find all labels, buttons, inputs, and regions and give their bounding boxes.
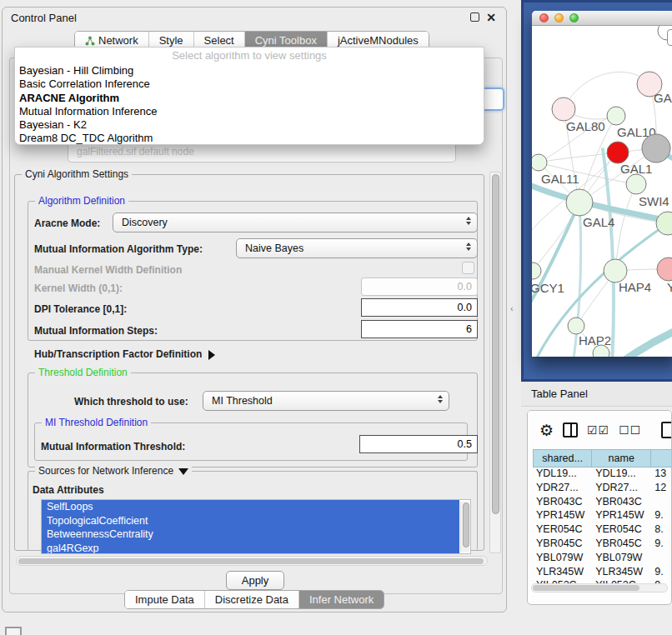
select-columns-icon[interactable]: ☑☑ (587, 423, 609, 437)
minimized-panel-icon[interactable] (5, 627, 22, 635)
network-node-GAL80[interactable] (552, 98, 575, 121)
algorithm-popup-placeholder: Select algorithm to view settings (15, 49, 484, 63)
panel-divider-handle[interactable]: ‹ (510, 303, 514, 313)
which-threshold-value: MI Threshold (212, 395, 273, 407)
node-table[interactable]: shared...name YDL19...YDL19...13YDR27...… (533, 449, 672, 581)
table-cell: YPR145W (533, 509, 592, 523)
table-cell: YER054C (592, 523, 651, 538)
aracne-mode-label: Aracne Mode: (34, 218, 100, 229)
tab-discretize-data[interactable]: Discretize Data (205, 591, 299, 608)
table-cell: YDR27... (533, 482, 592, 496)
mi-steps-input[interactable]: 6 (361, 320, 478, 338)
network-node-GAL11[interactable] (532, 154, 547, 171)
network-node-GAL10[interactable] (607, 107, 625, 125)
table-cell: YER054C (533, 523, 592, 538)
mi-type-value: Naive Bayes (245, 242, 303, 254)
tab-label: Network (98, 34, 138, 47)
table-row[interactable]: YBL079WYBL079W (533, 552, 672, 566)
table-cell: 9. (651, 538, 672, 552)
float-panel-icon[interactable] (470, 12, 479, 22)
network-view-frame: GAL7GAL80GAL10GAL1GAL11GAL4SWI4GCY1HAP4Y… (521, 0, 672, 382)
table-row[interactable]: YLR345WYLR345W9. (533, 566, 672, 580)
settings-vscroll-thumb[interactable] (492, 174, 499, 514)
table-header-cell[interactable]: name (592, 449, 651, 468)
algorithm-option[interactable]: Bayesian - K2 (15, 118, 484, 131)
network-node[interactable] (642, 134, 670, 162)
attributes-scroll-thumb[interactable] (463, 502, 469, 548)
attribute-option[interactable]: TopologicalCoefficient (42, 514, 459, 528)
data-attributes-list[interactable]: SelfLoopsTopologicalCoefficientBetweenne… (41, 499, 471, 554)
attribute-option[interactable]: BetweennessCentrality (42, 528, 459, 542)
tab-impute-data[interactable]: Impute Data (125, 591, 205, 608)
network-node-SWI4[interactable] (656, 212, 672, 235)
network-window-titlebar[interactable] (532, 11, 672, 26)
table-function-icon[interactable] (661, 422, 672, 438)
close-panel-icon[interactable]: ✕ (486, 12, 496, 22)
network-canvas[interactable]: GAL7GAL80GAL10GAL1GAL11GAL4SWI4GCY1HAP4Y… (532, 26, 672, 357)
table-header-cell[interactable]: shared... (533, 449, 592, 468)
settings-vertical-scrollbar[interactable] (489, 172, 501, 553)
hub-section-toggle[interactable]: Hub/Transcription Factor Definition (34, 348, 215, 360)
settings-hscroll-thumb[interactable] (18, 558, 484, 564)
algorithm-option-list: Bayesian - Hill ClimbingBasic Correlatio… (15, 63, 484, 145)
attribute-option[interactable]: gal4RGexp (42, 542, 459, 555)
mi-steps-value: 6 (466, 323, 472, 335)
dpi-tolerance-input[interactable]: 0.0 (361, 298, 478, 317)
table-cell: YBR043C (592, 496, 651, 510)
network-node-label: HAP2 (579, 333, 611, 348)
table-hscroll-thumb[interactable] (533, 585, 639, 591)
control-panel-title: Control Panel (11, 12, 77, 24)
columns-icon[interactable] (563, 422, 578, 438)
attribute-option[interactable]: SelfLoops (42, 500, 459, 514)
control-panel-window: Control Panel ✕ NetworkStyleSelectCyni T… (2, 7, 507, 612)
network-node-label: GAL1 (620, 162, 652, 176)
apply-button[interactable]: Apply (226, 571, 284, 590)
zoom-traffic-light-icon[interactable] (569, 13, 579, 22)
data-attributes-label: Data Attributes (33, 484, 104, 496)
mi-algorithm-type-select[interactable]: Naive Bayes (236, 238, 478, 258)
table-row[interactable]: YDL19...YDL19...13 (533, 468, 672, 482)
network-node-Y[interactable] (657, 258, 672, 281)
table-header-cell[interactable] (651, 449, 672, 468)
cyni-bottom-tabbar: Impute DataDiscretize DataInfer Network (124, 590, 384, 609)
mi-threshold-value: 0.5 (458, 438, 472, 450)
manual-kernel-checkbox[interactable] (462, 262, 474, 274)
application-root: Control Panel ✕ NetworkStyleSelectCyni T… (0, 0, 672, 635)
deselect-columns-icon[interactable]: ☐☐ (619, 423, 641, 437)
chevron-down-icon (178, 468, 188, 475)
table-cell: 8. (651, 523, 672, 538)
algorithm-option[interactable]: Dream8 DC_TDC Algorithm (15, 131, 484, 144)
algorithm-option[interactable]: Bayesian - Hill Climbing (15, 63, 484, 77)
table-cell: YDR27... (592, 482, 651, 496)
table-row[interactable]: YBR045CYBR045C9. (533, 538, 672, 552)
table-row[interactable]: YER054CYER054C8. (533, 523, 672, 538)
table-row[interactable]: YBR043CYBR043C (533, 496, 672, 510)
table-row[interactable]: YDR27...YDR27...12 (533, 482, 672, 496)
minimize-traffic-light-icon[interactable] (554, 13, 564, 22)
gear-icon[interactable]: ⚙ (539, 422, 554, 438)
network-node-HAP4[interactable] (604, 259, 627, 282)
network-node[interactable] (607, 142, 629, 163)
network-node-HAP2[interactable] (568, 318, 584, 334)
network-icon (85, 36, 95, 46)
algorithm-option[interactable]: Basic Correlation Inference (15, 77, 484, 90)
network-node-GAL4[interactable] (566, 189, 593, 216)
network-node-label: GAL80 (566, 119, 605, 133)
table-panel-title: Table Panel (531, 388, 588, 400)
kernel-width-label: Kernel Width (0,1): (34, 282, 123, 294)
close-traffic-light-icon[interactable] (539, 13, 549, 22)
which-threshold-select[interactable]: MI Threshold (203, 391, 449, 411)
mi-threshold-input[interactable]: 0.5 (359, 435, 478, 453)
settings-horizontal-scrollbar[interactable] (16, 556, 488, 566)
attributes-scrollbar[interactable] (460, 502, 469, 552)
network-node-GAL1[interactable] (626, 174, 646, 194)
table-horizontal-scrollbar[interactable] (531, 583, 668, 592)
network-node-GCY1[interactable] (532, 262, 541, 279)
tab-infer-network[interactable]: Infer Network (299, 591, 384, 608)
algorithm-option[interactable]: Mutual Information Inference (15, 104, 484, 118)
algorithm-option[interactable]: ARACNE Algorithm (15, 91, 484, 104)
sources-legend[interactable]: Sources for Network Inference (35, 465, 192, 477)
table-row[interactable]: YPR145WYPR145W9. (533, 509, 672, 523)
tab-label: Style (159, 34, 183, 47)
aracne-mode-select[interactable]: Discovery (113, 212, 478, 232)
